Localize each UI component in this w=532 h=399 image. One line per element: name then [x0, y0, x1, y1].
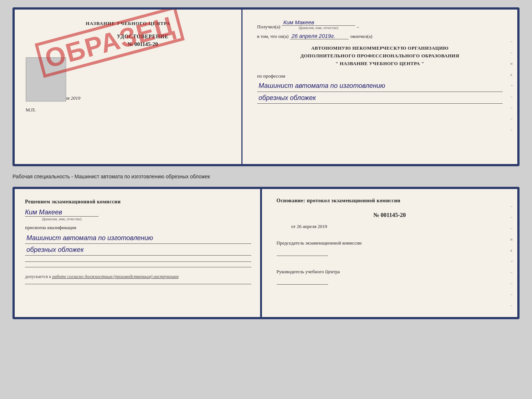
rukovoditel-label: Руководитель учебного Центра: [277, 268, 503, 275]
side-marks-top: – – и а ← – – – –: [510, 39, 514, 132]
komissia-fio-sub: (фамилия, имя, отчество): [25, 216, 98, 221]
school-name-top: НАЗВАНИЕ УЧЕБНОГО ЦЕНТРА: [26, 21, 230, 26]
rukovoditel-block: Руководитель учебного Центра: [277, 268, 503, 287]
prisvoena-label: присвоена квалификация: [25, 225, 251, 231]
top-right-page: Получил(а) Ким Макеев (фамилия, имя, отч…: [242, 10, 517, 164]
name-block: Ким Макеев (фамилия, имя, отчество): [25, 209, 251, 221]
profession-line1: Машинист автомата по изготовлению: [257, 81, 503, 92]
okonchil-label: окончил(а): [350, 33, 372, 39]
org-name-row: " НАЗВАНИЕ УЧЕБНОГО ЦЕНТРА ": [257, 60, 503, 68]
blank-line-3: [25, 284, 251, 284]
vtom-row: в том, что он(а) 26 апреля 2019г. окончи…: [257, 33, 503, 39]
ot-date-row: от 26 апреля 2019: [277, 224, 503, 229]
protocol-number: № 001145-20: [277, 212, 503, 218]
top-left-page: НАЗВАНИЕ УЧЕБНОГО ЦЕНТРА ОБРАЗЕЦ УДОСТОВ…: [15, 10, 241, 164]
top-document: НАЗВАНИЕ УЧЕБНОГО ЦЕНТРА ОБРАЗЕЦ УДОСТОВ…: [12, 7, 520, 166]
qualification-line2: обрезных обложек: [25, 245, 251, 256]
predsedatel-label: Председатель экзаменационной комиссии: [277, 240, 503, 246]
poluchil-value: Ким Макеев: [282, 19, 355, 26]
qualification-block: Машинист автомата по изготовлению обрезн…: [25, 233, 251, 256]
photo-placeholder: [26, 57, 66, 101]
org-line2: ДОПОЛНИТЕЛЬНОГО ПРОФЕССИОНАЛЬНОГО ОБРАЗО…: [257, 52, 503, 60]
qualification-line1: Машинист автомата по изготовлению: [25, 233, 251, 244]
udostoverenie-block: УДОСТОВЕРЕНИЕ № 001145-20: [26, 34, 230, 51]
osnovaniye-label: Основание: протокол экзаменационной коми…: [277, 198, 503, 204]
poluchil-row: Получил(а) Ким Макеев (фамилия, имя, отч…: [257, 19, 503, 30]
bottom-document: Решением экзаменационной комиссии Ким Ма…: [12, 187, 520, 319]
dopuskaetsya-text: работе согласно должностным (производств…: [52, 274, 179, 279]
udostoverenie-title: УДОСТОВЕРЕНИЕ: [117, 34, 168, 40]
org-quote1: ": [335, 61, 338, 66]
ot-label: от: [291, 224, 296, 229]
predsedatel-block: Председатель экзаменационной комиссии: [277, 240, 503, 258]
poluchil-field: Ким Макеев (фамилия, имя, отчество): [282, 19, 355, 30]
side-marks-bottom: – – – и а ← – – – –: [510, 204, 514, 307]
komissia-name: Ким Макеев: [25, 209, 251, 216]
mp-label: М.П.: [26, 107, 230, 113]
dopuskaetsya-block: допускается к работе согласно должностны…: [25, 274, 251, 279]
ot-date-value: 26 апреля 2019: [297, 224, 327, 229]
org-name: НАЗВАНИЕ УЧЕБНОГО ЦЕНТРА: [340, 61, 420, 66]
org-block: АВТОНОМНУЮ НЕКОММЕРЧЕСКУЮ ОРГАНИЗАЦИЮ ДО…: [257, 44, 503, 67]
org-quote2: ": [421, 61, 424, 66]
profession-block: по профессии Машинист автомата по изгото…: [257, 73, 503, 103]
profession-line2: обрезных обложек: [257, 93, 503, 104]
poluchil-label: Получил(а): [257, 24, 280, 30]
komissia-title: Решением экзаменационной комиссии: [25, 198, 251, 206]
udostoverenie-number: № 001145-20: [127, 41, 158, 47]
vtom-date: 26 апреля 2019г.: [290, 33, 349, 39]
bottom-right-page: Основание: протокол экзаменационной коми…: [262, 189, 518, 317]
caption-row: Рабочая специальность - Машинист автомат…: [12, 172, 520, 181]
bottom-left-page: Решением экзаменационной комиссии Ким Ма…: [15, 189, 261, 317]
blank-line-1: [25, 261, 251, 262]
dopuskaetsya-label: допускается к: [25, 274, 51, 279]
vtom-label: в том, что он(а): [257, 33, 289, 39]
dash-label: –: [357, 24, 359, 30]
org-line1: АВТОНОМНУЮ НЕКОММЕРЧЕСКУЮ ОРГАНИЗАЦИЮ: [257, 44, 503, 52]
predsedatel-signature-line: [277, 249, 328, 256]
po-professii-label: по профессии: [257, 73, 503, 79]
rukovoditel-signature-line: [277, 277, 328, 285]
caption-text: Рабочая специальность - Машинист автомат…: [12, 174, 210, 179]
blank-line-2: [25, 267, 251, 267]
poluchil-sub: (фамилия, имя, отчество): [299, 26, 338, 30]
